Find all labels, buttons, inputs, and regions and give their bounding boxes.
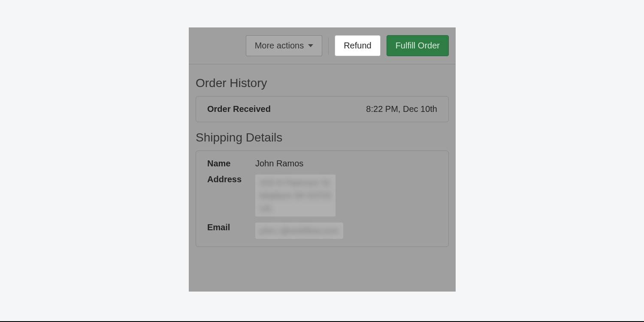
- more-actions-label: More actions: [255, 41, 304, 51]
- shipping-name-value: John Ramos: [255, 159, 303, 169]
- shipping-address-line1: 433 N Paterson St: [260, 176, 331, 189]
- order-history-card: Order Received 8:22 PM, Dec 10th: [196, 96, 449, 122]
- shipping-address-row: Address 433 N Paterson St Madison WI 537…: [207, 175, 437, 217]
- history-event-label: Order Received: [207, 104, 271, 114]
- fulfill-order-label: Fulfill Order: [396, 41, 440, 51]
- refund-button[interactable]: Refund: [335, 35, 381, 56]
- order-history-heading: Order History: [196, 76, 449, 90]
- shipping-address-label: Address: [207, 175, 247, 184]
- refund-label: Refund: [344, 41, 372, 51]
- order-toolbar: More actions Refund Fulfill Order: [189, 27, 456, 64]
- shipping-details-heading: Shipping Details: [196, 131, 449, 144]
- shipping-email-label: Email: [207, 223, 247, 232]
- shipping-email-text: john.r@webflow.com: [260, 226, 339, 235]
- shipping-name-row: Name John Ramos: [207, 159, 437, 169]
- more-actions-button[interactable]: More actions: [246, 35, 323, 56]
- caret-down-icon: [308, 44, 313, 47]
- order-detail-panel: More actions Refund Fulfill Order Order …: [189, 27, 456, 292]
- shipping-address-value: 433 N Paterson St Madison WI 53703 US: [255, 175, 336, 217]
- history-row: Order Received 8:22 PM, Dec 10th: [207, 104, 437, 114]
- fulfill-order-button[interactable]: Fulfill Order: [387, 35, 449, 56]
- shipping-address-line2: Madison WI 53703: [260, 189, 331, 202]
- shipping-email-value: john.r@webflow.com: [255, 223, 343, 239]
- shipping-address-line3: US: [260, 202, 331, 215]
- shipping-name-label: Name: [207, 159, 247, 169]
- history-event-timestamp: 8:22 PM, Dec 10th: [366, 104, 437, 114]
- order-content: Order History Order Received 8:22 PM, De…: [189, 64, 456, 254]
- shipping-details-card: Name John Ramos Address 433 N Paterson S…: [196, 150, 449, 247]
- toolbar-divider: [328, 37, 329, 54]
- shipping-email-row: Email john.r@webflow.com: [207, 223, 437, 239]
